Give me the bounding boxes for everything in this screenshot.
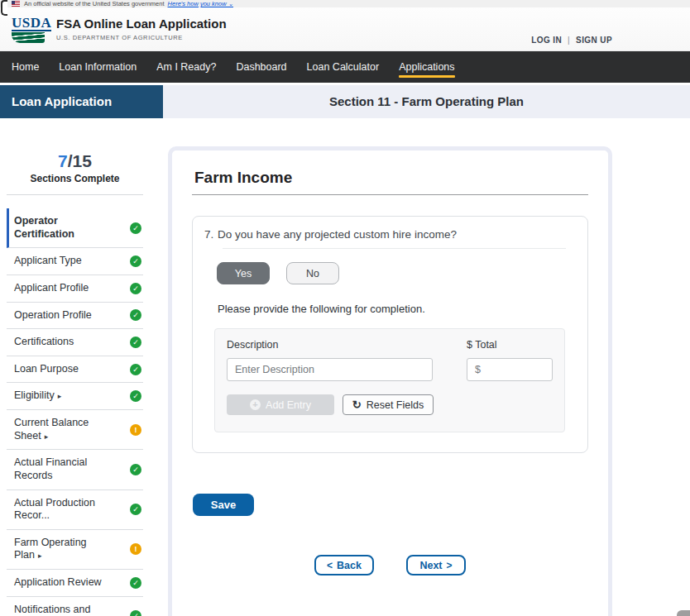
sidebar-item-farm-operating-plan[interactable]: Farm Operating Plan▸! — [7, 530, 143, 570]
heading-rule — [192, 194, 588, 195]
pager-row: < Back Next > — [192, 555, 588, 575]
sidebar-item-loan-purpose[interactable]: Loan Purpose✓ — [7, 356, 143, 384]
question-text: Do you have any projected custom hire in… — [218, 228, 457, 241]
sidebar-item-label: Actual Financial Records — [14, 456, 117, 482]
back-button[interactable]: < Back — [314, 555, 374, 575]
us-flag-icon — [12, 1, 20, 7]
sections-complete-count: 7 — [58, 151, 68, 170]
status-complete-icon: ✓ — [130, 255, 141, 267]
plus-circle-icon: + — [250, 399, 261, 410]
add-entry-label: Add Entry — [266, 399, 311, 411]
nav-item-dashboard[interactable]: Dashboard — [226, 51, 296, 83]
reset-fields-button[interactable]: ↻ Reset Fields — [343, 394, 434, 415]
yes-button[interactable]: Yes — [217, 262, 270, 284]
status-complete-icon: ✓ — [130, 309, 141, 321]
status-complete-icon: ✓ — [130, 364, 141, 375]
auth-divider: | — [568, 36, 570, 45]
sidebar-item-label: Applicant Profile — [14, 282, 89, 295]
total-label: $ Total — [467, 339, 553, 351]
site-header: USDA FSA Online Loan Application U.S. DE… — [0, 7, 690, 51]
content: 7/15 Sections Complete Operator Certific… — [0, 118, 690, 616]
question-card: 7. Do you have any projected custom hire… — [192, 216, 588, 453]
loan-application-banner: Loan Application — [0, 85, 163, 118]
add-entry-button[interactable]: + Add Entry — [227, 394, 334, 415]
expand-arrow-icon: ▸ — [45, 432, 49, 441]
sidebar-item-actual-financial-records[interactable]: Actual Financial Records✓ — [7, 450, 143, 489]
sidebar-item-label: Current Balance Sheet▸ — [14, 417, 117, 442]
sidebar-item-label: Eligibility▸ — [14, 389, 61, 403]
sidebar-item-certifications[interactable]: Certifications✓ — [7, 329, 143, 356]
status-complete-icon: ✓ — [130, 283, 141, 294]
back-label: Back — [337, 560, 362, 571]
question-line: 7. Do you have any projected custom hire… — [204, 228, 574, 241]
nav-item-loan-information[interactable]: Loan Information — [49, 51, 146, 83]
usda-logo-text: USDA — [12, 16, 51, 31]
gov-banner-link[interactable]: Here's how you know ⌄ — [168, 0, 233, 7]
completion-helper-text: Please provide the following for complet… — [218, 303, 574, 315]
no-button[interactable]: No — [286, 262, 339, 284]
status-warning-icon: ! — [130, 543, 141, 555]
chevron-left-icon: < — [327, 560, 333, 571]
auth-links: LOG IN | SIGN UP — [531, 36, 612, 45]
total-input[interactable] — [467, 358, 553, 381]
sidebar-section-list: Operator Certification✓Applicant Type✓Ap… — [7, 208, 143, 616]
cursor-artifact — [1, 0, 7, 16]
page-title: Farm Income — [192, 169, 588, 187]
expand-arrow-icon: ▸ — [58, 392, 62, 400]
nav-item-am-i-ready[interactable]: Am I Ready? — [146, 51, 226, 83]
sidebar-item-label: Operator Certification — [14, 215, 117, 241]
entry-actions: + Add Entry ↻ Reset Fields — [227, 394, 553, 415]
status-complete-icon: ✓ — [130, 610, 141, 616]
sidebar-item-label: Loan Purpose — [14, 363, 79, 376]
farm-income-card: Farm Income 7. Do you have any projected… — [168, 146, 612, 616]
sidebar-item-label: Certifications — [14, 336, 74, 349]
question-rule — [223, 248, 566, 249]
sidebar-item-notifications-and-disclosur[interactable]: Notifications and Disclosur...✓ — [7, 597, 143, 616]
reset-fields-label: Reset Fields — [367, 399, 424, 411]
next-button[interactable]: Next > — [406, 555, 466, 575]
sidebar-item-current-balance-sheet[interactable]: Current Balance Sheet▸! — [7, 410, 143, 450]
page: An official website of the United States… — [0, 0, 690, 616]
status-complete-icon: ✓ — [130, 504, 141, 515]
question-number: 7. — [204, 228, 218, 241]
login-link[interactable]: LOG IN — [531, 36, 562, 45]
sidebar-item-label: Operation Profile — [14, 309, 92, 322]
nav-item-applications[interactable]: Applications — [389, 51, 464, 83]
sidebar-item-applicant-type[interactable]: Applicant Type✓ — [7, 248, 143, 275]
description-input[interactable] — [227, 358, 433, 381]
gov-banner-text: An official website of the United States… — [24, 0, 165, 7]
status-complete-icon: ✓ — [130, 390, 141, 402]
status-complete-icon: ✓ — [130, 464, 141, 475]
app-title: FSA Online Loan Application — [56, 17, 227, 31]
sidebar-item-actual-production-recor[interactable]: Actual Production Recor...✓ — [7, 490, 143, 530]
section-bar: Loan Application Section 11 - Farm Opera… — [0, 85, 690, 118]
nav-item-home[interactable]: Home — [2, 51, 49, 83]
nav-item-loan-calculator[interactable]: Loan Calculator — [297, 51, 390, 83]
app-subtitle: U.S. DEPARTMENT OF AGRICULTURE — [56, 34, 227, 41]
save-button[interactable]: Save — [193, 494, 254, 516]
sidebar-item-applicant-profile[interactable]: Applicant Profile✓ — [7, 275, 143, 303]
description-field-group: Description — [227, 339, 433, 381]
sidebar-item-label: Applicant Type — [14, 255, 82, 268]
total-field-group: $ Total — [467, 339, 553, 381]
next-label: Next — [419, 560, 442, 571]
sidebar-item-operation-profile[interactable]: Operation Profile✓ — [7, 303, 143, 330]
entry-panel: Description $ Total + Add Entry — [214, 328, 565, 432]
sidebar-divider — [7, 194, 143, 195]
sidebar-item-eligibility[interactable]: Eligibility▸✓ — [7, 383, 143, 410]
sidebar: 7/15 Sections Complete Operator Certific… — [0, 118, 150, 616]
widget-blob[interactable] — [677, 610, 690, 616]
status-complete-icon: ✓ — [130, 337, 141, 348]
usda-logo: USDA — [12, 16, 48, 43]
sidebar-item-application-review[interactable]: Application Review✓ — [7, 570, 143, 597]
sidebar-item-label: Notifications and Disclosur... — [14, 604, 117, 616]
signup-link[interactable]: SIGN UP — [576, 36, 612, 45]
gov-banner: An official website of the United States… — [0, 0, 690, 7]
chevron-right-icon: > — [447, 560, 453, 571]
status-complete-icon: ✓ — [130, 577, 141, 589]
entry-fields-row: Description $ Total — [227, 339, 553, 381]
sidebar-item-operator-certification[interactable]: Operator Certification✓ — [7, 208, 143, 248]
sections-progress: 7/15 — [7, 151, 143, 171]
yesno-toggle: Yes No — [217, 262, 574, 284]
status-warning-icon: ! — [130, 424, 141, 436]
